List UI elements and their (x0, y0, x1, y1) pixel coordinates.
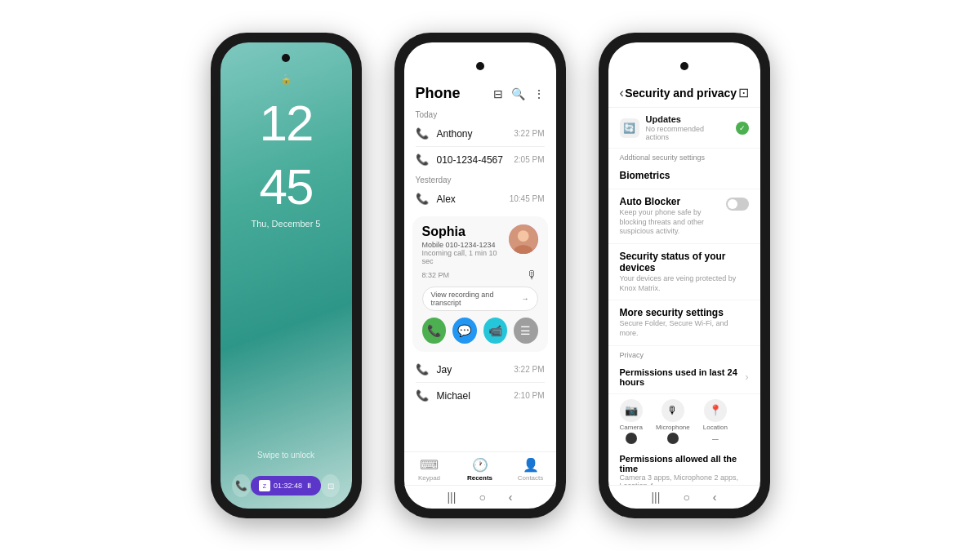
sophia-avatar (509, 224, 537, 254)
auto-blocker-title: Auto Blocker (620, 196, 721, 207)
auto-blocker-row: Auto Blocker Keep your phone safe by blo… (620, 196, 749, 237)
filter-icon[interactable]: ⊟ (493, 87, 503, 100)
biometrics-item[interactable]: Biometrics (608, 163, 760, 189)
camera-label: Camera (620, 424, 643, 431)
punch-hole (282, 54, 290, 62)
nav-contacts[interactable]: 👤 Contacts (506, 457, 556, 482)
message-action-button[interactable]: 💬 (452, 318, 477, 344)
phone-header-icons: ⊟ 🔍 ⋮ (493, 87, 545, 100)
call-item-number[interactable]: 📞 010-1234-4567 2:05 PM (404, 147, 556, 172)
more-security-item[interactable]: More security settings Secure Folder, Se… (608, 300, 760, 345)
biometrics-title: Biometrics (620, 170, 749, 181)
call-icon-2: 📞 (416, 153, 430, 166)
security-header: ‹ Security and privacy ⊡ (608, 73, 760, 108)
section-today: Today (404, 107, 556, 121)
permissions-alltime-sub: Camera 3 apps, Microphone 2 apps, Locati… (620, 473, 749, 485)
auto-blocker-content: Auto Blocker Keep your phone safe by blo… (620, 196, 721, 237)
punch-hole-2 (476, 62, 484, 70)
sophia-name: Sophia (422, 224, 510, 239)
permission-icons-row: 📷 Camera 🎙 Microphone 📍 Location – (608, 394, 760, 449)
security-status-title: Security status of your devices (620, 251, 749, 273)
more-icon[interactable]: ⋮ (533, 87, 545, 100)
android-nav: ||| ○ ‹ (404, 485, 556, 509)
perm-mic-col: 🎙 Microphone (656, 399, 690, 444)
lock-icon: 🔒 (280, 73, 292, 85)
lock-time-hour: 12 (260, 98, 313, 149)
more-security-icon[interactable]: ⊡ (738, 85, 749, 100)
more-security-sub: Secure Folder, Secure Wi-Fi, and more. (620, 319, 749, 338)
lock-bottom-bar: 📞 Z 01:32:48 ⏸ ⊡ (220, 474, 352, 497)
call-item-anthony[interactable]: 📞 Anthony 3:22 PM (404, 121, 556, 146)
more-action-button[interactable]: ☰ (514, 318, 538, 344)
phone-navbar: ⌨ Keypad 🕐 Recents 👤 Contacts (404, 451, 556, 485)
camera-icon: 📷 (620, 399, 643, 422)
updates-content: Updates No recommended actions (646, 114, 729, 141)
call-time-jay: 3:22 PM (514, 365, 544, 374)
auto-blocker-toggle[interactable] (726, 198, 749, 211)
call-icon-michael: 📞 (416, 389, 430, 402)
sophia-header: Sophia Mobile 010-1234-1234 Incoming cal… (422, 224, 538, 265)
video-action-button[interactable]: 📹 (483, 318, 508, 344)
nav-recents[interactable]: 🕐 Recents (455, 457, 506, 482)
updates-sub: No recommended actions (646, 125, 729, 141)
punch-hole-3 (680, 62, 688, 70)
svg-point-1 (518, 230, 529, 242)
auto-blocker-item[interactable]: Auto Blocker Keep your phone safe by blo… (608, 189, 760, 244)
back-button-3[interactable]: ‹ (713, 491, 717, 504)
home-gesture-icon[interactable]: ||| (447, 491, 456, 504)
security-content: 🔄 Updates No recommended actions ✓ Addti… (608, 108, 760, 485)
search-icon[interactable]: 🔍 (511, 87, 525, 100)
call-time: 3:22 PM (514, 129, 544, 138)
phone-security: ‹ Security and privacy ⊡ 🔄 Updates No re… (599, 33, 770, 518)
home-button-3[interactable]: ○ (683, 491, 689, 504)
call-item-jay[interactable]: 📞 Jay 3:22 PM (404, 357, 556, 382)
location-label: Location (703, 424, 728, 431)
swipe-unlock-label: Swipe to unlock (257, 451, 314, 460)
sophia-card: Sophia Mobile 010-1234-1234 Incoming cal… (412, 216, 548, 352)
call-name-michael: Michael (437, 390, 508, 402)
screen-content: Phone ⊟ 🔍 ⋮ Today 📞 Anthony 3:22 PM 📞 01… (404, 73, 556, 451)
lock-timer[interactable]: Z 01:32:48 ⏸ (251, 476, 321, 495)
call-name-jay: Jay (437, 364, 508, 375)
timer-value: 01:32:48 (274, 482, 302, 490)
updates-item[interactable]: 🔄 Updates No recommended actions ✓ (608, 108, 760, 149)
permissions-24h-title: Permissions used in last 24 hours (620, 367, 746, 387)
nav-keypad[interactable]: ⌨ Keypad (404, 457, 455, 482)
permissions-24h-item[interactable]: Permissions used in last 24 hours › (608, 361, 760, 394)
sophia-time: 8:32 PM (422, 271, 450, 279)
security-status-item[interactable]: Security status of your devices Your dev… (608, 244, 760, 300)
perm-location-col: 📍 Location – (703, 399, 728, 444)
section-yesterday: Yesterday (404, 172, 556, 186)
call-item-michael[interactable]: 📞 Michael 2:10 PM (404, 383, 556, 408)
auto-blocker-sub: Keep your phone safe by blocking threats… (620, 208, 721, 237)
lock-camera-button[interactable]: ⊡ (321, 474, 340, 497)
call-name: Anthony (437, 128, 508, 140)
chevron-right-icon: › (746, 371, 749, 383)
recording-button[interactable]: View recording and transcript → (422, 287, 538, 311)
phone-recents: Phone ⊟ 🔍 ⋮ Today 📞 Anthony 3:22 PM 📞 01… (394, 33, 566, 518)
back-button[interactable]: ‹ (509, 491, 513, 504)
updates-icon: 🔄 (620, 118, 639, 138)
lock-call-button[interactable]: 📞 (232, 474, 251, 497)
pause-icon: ⏸ (305, 482, 313, 490)
sophia-call-info: Incoming call, 1 min 10 sec (422, 249, 510, 265)
call-item-alex[interactable]: 📞 Alex 10:45 PM (404, 186, 556, 211)
keypad-icon: ⌨ (420, 457, 439, 473)
back-button-security[interactable]: ‹ (620, 86, 624, 100)
mic-icon: 🎙 (527, 269, 538, 282)
lock-time-min: 45 (260, 162, 313, 212)
home-gesture-icon-3[interactable]: ||| (651, 491, 660, 504)
microphone-label: Microphone (656, 424, 690, 431)
perm-camera-col: 📷 Camera (620, 399, 643, 444)
keypad-label: Keypad (418, 474, 440, 482)
call-action-button[interactable]: 📞 (422, 318, 447, 344)
timer-icon: Z (259, 480, 270, 491)
permissions-alltime-item[interactable]: Permissions allowed all the time Camera … (608, 449, 760, 485)
permissions-alltime-title: Permissions allowed all the time (620, 454, 749, 473)
updates-check-icon: ✓ (736, 122, 749, 135)
location-icon: 📍 (704, 399, 727, 422)
call-icon-3: 📞 (416, 193, 430, 205)
sophia-number: Mobile 010-1234-1234 (422, 241, 510, 249)
home-button[interactable]: ○ (479, 491, 485, 504)
recents-icon: 🕐 (472, 457, 488, 473)
